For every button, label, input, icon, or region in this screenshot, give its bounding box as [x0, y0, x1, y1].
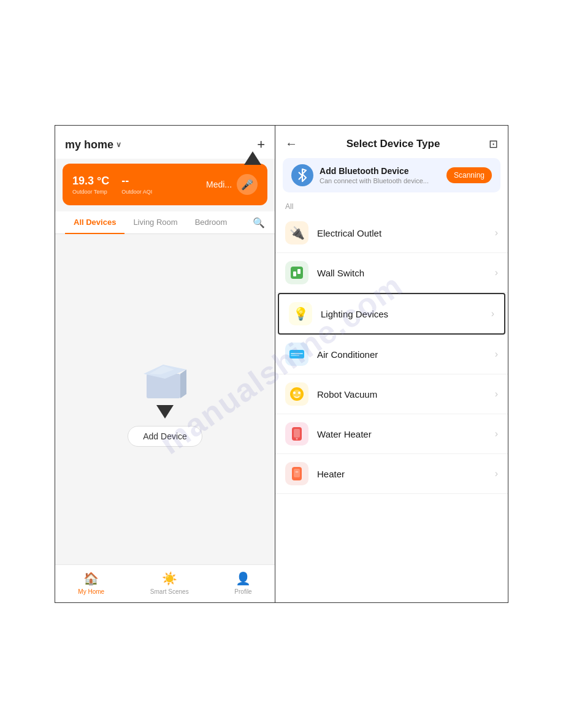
- scanning-button[interactable]: Scanning: [446, 167, 492, 183]
- main-container: manualshine.com my home ∨ + 19.3 °C Outd…: [55, 125, 508, 603]
- lighting-name: Lighting Devices: [321, 309, 491, 319]
- bluetooth-text: Add Bluetooth Device Can connect with Bl…: [320, 166, 440, 184]
- tabs-row: All Devices Living Room Bedroom 🔍: [55, 211, 275, 234]
- outlet-chevron: ›: [495, 227, 498, 238]
- lighting-chevron: ›: [491, 308, 494, 319]
- home-chevron-icon: ∨: [116, 140, 121, 149]
- device-item-outlet[interactable]: 🔌 Electrical Outlet ›: [275, 213, 508, 253]
- switch-name: Wall Switch: [317, 268, 495, 278]
- svg-rect-6: [297, 269, 301, 274]
- weather-banner: 19.3 °C Outdoor Temp -- Outdoor AQI Medi…: [63, 164, 267, 205]
- home-title-row[interactable]: my home ∨: [65, 138, 121, 151]
- nav-smart-scenes[interactable]: ☀️ Smart Scenes: [150, 571, 189, 595]
- left-panel: my home ∨ + 19.3 °C Outdoor Temp -- Outd…: [55, 126, 275, 602]
- tab-bedroom-label: Bedroom: [195, 218, 228, 227]
- temp-label: Outdoor Temp: [72, 189, 109, 195]
- profile-nav-icon: 👤: [236, 571, 251, 586]
- back-button[interactable]: ←: [285, 137, 297, 151]
- device-item-switch[interactable]: Wall Switch ›: [275, 253, 508, 293]
- water-heater-icon: [285, 422, 308, 446]
- bottom-nav: 🏠 My Home ☀️ Smart Scenes 👤 Profile: [55, 564, 275, 602]
- temp-value: 19.3 °C: [72, 175, 109, 188]
- home-title-text: my home: [65, 138, 113, 151]
- bt-title: Add Bluetooth Device: [320, 166, 440, 176]
- nav-profile[interactable]: 👤 Profile: [234, 571, 251, 595]
- scan-icon[interactable]: ⊡: [489, 137, 498, 151]
- mic-button[interactable]: 🎤: [237, 174, 258, 195]
- water-heater-name: Water Heater: [317, 429, 495, 439]
- device-item-heater[interactable]: Heater ›: [275, 454, 508, 494]
- outlet-name: Electrical Outlet: [317, 228, 495, 238]
- device-item-ac[interactable]: Air Conditioner ›: [275, 335, 508, 374]
- water-heater-chevron: ›: [495, 428, 498, 439]
- robot-name: Robot Vacuum: [317, 389, 495, 400]
- device-item-lighting[interactable]: 💡 Lighting Devices ›: [278, 293, 505, 335]
- svg-rect-15: [294, 429, 300, 438]
- svg-rect-9: [291, 355, 299, 356]
- home-nav-label: My Home: [78, 588, 104, 595]
- svg-point-16: [296, 438, 298, 440]
- outlet-icon: 🔌: [285, 221, 308, 245]
- weather-stats: 19.3 °C Outdoor Temp -- Outdoor AQI: [72, 175, 152, 195]
- humidity-value: Medi...: [206, 180, 232, 189]
- weather-aqi: -- Outdoor AQI: [121, 175, 152, 195]
- ac-name: Air Conditioner: [317, 349, 495, 360]
- bluetooth-row[interactable]: Add Bluetooth Device Can connect with Bl…: [283, 158, 500, 192]
- svg-marker-2: [180, 370, 186, 398]
- nav-my-home[interactable]: 🏠 My Home: [78, 571, 104, 595]
- aqi-value: --: [121, 175, 152, 188]
- mic-icon: 🎤: [241, 179, 253, 191]
- left-header: my home ∨ +: [55, 126, 275, 159]
- tab-all-label: All Devices: [74, 218, 116, 227]
- device-list: 🔌 Electrical Outlet › Wall Switch ›: [275, 213, 508, 602]
- weather-right: Medi... 🎤: [206, 174, 258, 195]
- svg-rect-8: [291, 353, 303, 354]
- ac-icon: [285, 343, 308, 366]
- tab-bedroom[interactable]: Bedroom: [186, 211, 236, 234]
- right-header: ← Select Device Type ⊡: [275, 126, 508, 158]
- lighting-icon: 💡: [289, 302, 312, 325]
- profile-nav-label: Profile: [234, 588, 251, 595]
- right-panel: ← Select Device Type ⊡ Add Bluetooth Dev…: [275, 126, 508, 602]
- switch-chevron: ›: [495, 267, 498, 278]
- section-all-label: All: [275, 199, 508, 213]
- weather-temp: 19.3 °C Outdoor Temp: [72, 175, 109, 195]
- up-arrow-icon: [244, 151, 261, 165]
- empty-box-icon: [140, 352, 190, 401]
- svg-rect-5: [293, 271, 296, 276]
- add-home-button[interactable]: +: [257, 137, 265, 153]
- add-device-button[interactable]: Add Device: [128, 426, 202, 447]
- heater-chevron: ›: [495, 468, 498, 479]
- tab-all-devices[interactable]: All Devices: [65, 211, 124, 234]
- down-arrow-icon: [156, 405, 174, 419]
- device-item-water-heater[interactable]: Water Heater ›: [275, 414, 508, 454]
- switch-icon: [285, 261, 308, 284]
- device-item-robot[interactable]: Robot Vacuum ›: [275, 374, 508, 414]
- heater-icon: [285, 462, 308, 485]
- box-svg: [140, 352, 190, 401]
- robot-icon: [285, 382, 308, 406]
- search-icon[interactable]: 🔍: [253, 217, 265, 229]
- ac-chevron: ›: [495, 349, 498, 360]
- tab-living-label: Living Room: [133, 218, 177, 227]
- robot-chevron: ›: [495, 389, 498, 400]
- bt-subtitle: Can connect with Bluetooth device...: [320, 177, 440, 184]
- add-device-label: Add Device: [143, 431, 187, 441]
- svg-rect-18: [294, 469, 300, 477]
- svg-point-13: [298, 392, 301, 394]
- svg-rect-4: [291, 267, 303, 279]
- scenes-nav-icon: ☀️: [162, 571, 177, 586]
- bt-svg: [297, 169, 308, 182]
- home-nav-icon: 🏠: [83, 571, 99, 586]
- aqi-label: Outdoor AQI: [121, 189, 152, 195]
- page-title: Select Device Type: [347, 138, 440, 150]
- svg-point-12: [293, 392, 296, 394]
- scenes-nav-label: Smart Scenes: [150, 588, 189, 595]
- bluetooth-icon: [291, 164, 313, 186]
- devices-empty-area: Add Device: [55, 234, 275, 564]
- tab-living-room[interactable]: Living Room: [124, 211, 186, 234]
- heater-name: Heater: [317, 469, 495, 479]
